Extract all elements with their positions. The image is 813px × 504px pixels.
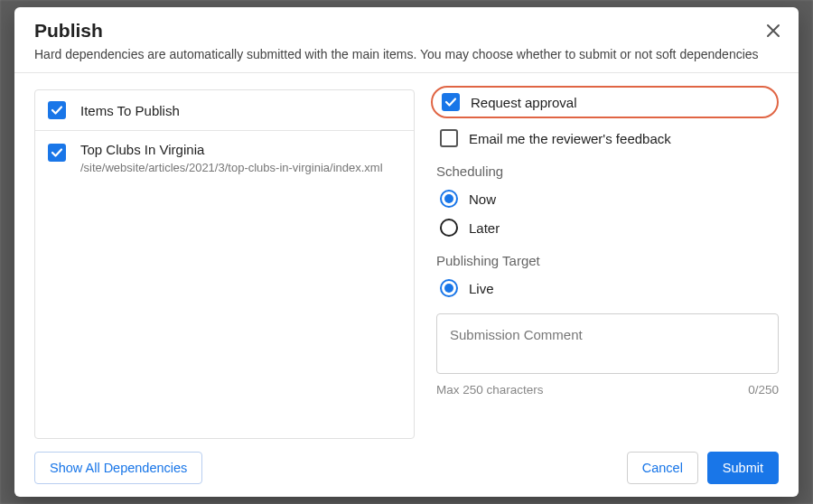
email-feedback-checkbox[interactable]: [440, 129, 458, 147]
scheduling-later-row: Later: [436, 219, 779, 237]
request-approval-label: Request approval: [471, 95, 577, 110]
char-count-row: Max 250 characters 0/250: [436, 383, 779, 397]
dialog-header: Publish Hard dependencies are automatica…: [14, 7, 799, 73]
submit-button[interactable]: Submit: [707, 452, 779, 484]
item-title: Top Clubs In Virginia: [80, 142, 383, 157]
footer-right-group: Cancel Submit: [627, 452, 779, 484]
items-panel: Items To Publish Top Clubs In Virginia /…: [34, 89, 415, 439]
email-feedback-label: Email me the reviewer's feedback: [469, 131, 671, 146]
scheduling-later-label: Later: [469, 220, 500, 236]
check-icon: [51, 146, 63, 159]
scheduling-later-radio[interactable]: [440, 219, 458, 237]
submission-comment-placeholder: Submission Comment: [450, 327, 583, 342]
check-icon: [444, 96, 457, 108]
dialog-body: Items To Publish Top Clubs In Virginia /…: [14, 73, 799, 439]
cancel-button[interactable]: Cancel: [627, 452, 698, 484]
publishing-target-live-row: Live: [436, 279, 779, 297]
check-icon: [51, 104, 63, 117]
dialog-subtitle: Hard dependencies are automatically subm…: [34, 47, 779, 61]
scheduling-label: Scheduling: [436, 163, 779, 179]
item-path: /site/website/articles/2021/3/top-clubs-…: [80, 161, 383, 174]
publishing-target-live-radio[interactable]: [440, 279, 458, 297]
request-approval-highlight: Request approval: [431, 86, 779, 118]
publishing-target-live-label: Live: [469, 281, 494, 296]
items-header-label: Items To Publish: [80, 103, 180, 118]
show-all-dependencies-button[interactable]: Show All Dependencies: [34, 452, 202, 484]
close-button[interactable]: [762, 20, 784, 42]
char-count: 0/250: [748, 383, 779, 397]
items-header-row: Items To Publish: [35, 90, 414, 131]
select-all-checkbox[interactable]: [48, 101, 66, 119]
char-hint: Max 250 characters: [436, 383, 544, 397]
dialog-footer: Show All Dependencies Cancel Submit: [14, 439, 799, 497]
scheduling-now-label: Now: [469, 191, 496, 207]
publishing-target-label: Publishing Target: [436, 253, 779, 268]
email-feedback-row: Email me the reviewer's feedback: [436, 129, 779, 147]
item-checkbox[interactable]: [48, 144, 66, 162]
request-approval-checkbox[interactable]: [442, 93, 460, 111]
options-panel: Request approval Email me the reviewer's…: [436, 89, 779, 439]
submission-comment-input[interactable]: Submission Comment: [436, 313, 779, 374]
close-icon: [766, 23, 780, 38]
scheduling-now-radio[interactable]: [440, 190, 458, 208]
dialog-title: Publish: [34, 20, 779, 42]
publish-dialog: Publish Hard dependencies are automatica…: [14, 7, 799, 497]
scheduling-now-row: Now: [436, 190, 779, 208]
item-row: Top Clubs In Virginia /site/website/arti…: [35, 131, 414, 187]
item-text-group: Top Clubs In Virginia /site/website/arti…: [80, 142, 383, 174]
